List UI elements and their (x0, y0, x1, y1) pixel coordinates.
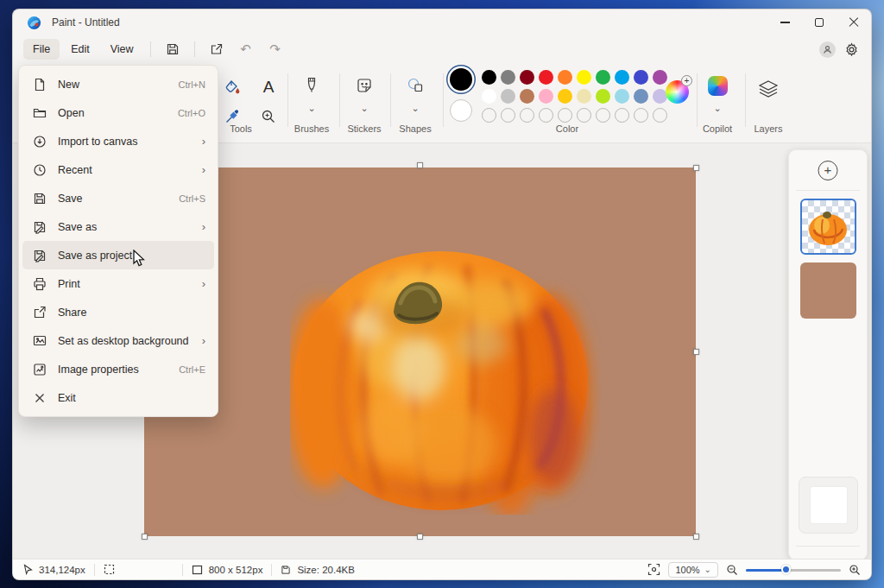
sticker-icon (356, 77, 373, 94)
zoom-out-icon[interactable] (726, 564, 738, 576)
share-button[interactable] (202, 38, 231, 60)
minimize-button[interactable] (767, 9, 802, 35)
empty-color-swatch[interactable] (558, 108, 572, 123)
text-tool-icon: A (263, 78, 275, 97)
zoom-slider-thumb[interactable] (781, 565, 791, 574)
empty-color-swatch[interactable] (653, 108, 667, 123)
resize-handle-se[interactable] (693, 534, 699, 540)
empty-color-swatch[interactable] (520, 108, 534, 123)
resize-handle-sw[interactable] (142, 534, 148, 540)
zoom-in-icon[interactable] (849, 564, 861, 576)
statusbar-divider (94, 564, 95, 576)
empty-color-swatch[interactable] (539, 108, 553, 123)
magnifier-tool-button[interactable] (256, 104, 281, 129)
mouse-cursor (132, 250, 147, 269)
color-swatch[interactable] (482, 70, 496, 85)
empty-color-swatch[interactable] (596, 108, 610, 123)
close-button[interactable] (837, 9, 871, 35)
undo-button[interactable]: ↶ (231, 41, 261, 57)
color-swatch[interactable] (634, 89, 648, 104)
background-layer-frame[interactable] (799, 477, 858, 534)
menu-item-new[interactable]: New Ctrl+N (22, 70, 214, 98)
menu-item-save-as[interactable]: Save as › (22, 212, 214, 241)
brushes-button[interactable] (300, 73, 324, 98)
zoom-slider[interactable] (746, 565, 841, 575)
menu-item-set-as-desktop-background[interactable]: Set as desktop background › (22, 326, 214, 355)
color-swatch[interactable] (615, 89, 629, 104)
color-swatch[interactable] (501, 70, 515, 85)
fill-tool-button[interactable] (220, 75, 244, 99)
edit-menu-button[interactable]: Edit (61, 39, 99, 60)
menu-item-recent[interactable]: Recent › (22, 155, 214, 184)
resize-handle-s[interactable] (417, 534, 423, 540)
empty-color-swatch[interactable] (577, 108, 591, 123)
color-swatch[interactable] (615, 70, 629, 85)
file-size-icon (281, 565, 291, 575)
resize-handle-e[interactable] (693, 349, 699, 355)
empty-color-swatch[interactable] (501, 108, 515, 123)
menu-item-label: New (58, 79, 79, 91)
layer-thumbnail-background-color[interactable] (800, 262, 856, 319)
color-swatch[interactable] (539, 70, 553, 85)
secondary-color-swatch[interactable] (450, 99, 472, 122)
color-swatch[interactable] (596, 89, 610, 104)
add-layer-button[interactable]: + (818, 161, 838, 180)
image-properties-icon (33, 363, 47, 376)
color-swatch[interactable] (558, 89, 572, 104)
menu-item-exit[interactable]: Exit (22, 383, 214, 412)
color-swatch[interactable] (634, 70, 648, 85)
stickers-button[interactable] (352, 73, 376, 98)
color-swatch[interactable] (482, 89, 496, 104)
open-folder-icon (33, 106, 47, 120)
minimize-icon (780, 22, 790, 22)
menu-item-share[interactable]: Share (22, 298, 214, 326)
color-swatch[interactable] (577, 89, 591, 104)
menu-item-label: Save as project (58, 250, 132, 262)
text-tool-button[interactable]: A (256, 75, 281, 99)
empty-color-swatch[interactable] (482, 108, 496, 123)
color-swatch[interactable] (653, 70, 667, 85)
color-swatch[interactable] (577, 70, 591, 85)
menu-item-save-as-project[interactable]: Save as project (22, 241, 214, 269)
menu-item-print[interactable]: Print › (22, 269, 214, 298)
menu-item-label: Image properties (58, 364, 139, 376)
color-swatch[interactable] (558, 70, 572, 85)
resize-handle-n[interactable] (417, 162, 423, 168)
exit-icon (33, 391, 47, 405)
color-swatch[interactable] (520, 89, 534, 104)
menu-item-image-properties[interactable]: Image properties Ctrl+E (22, 355, 214, 383)
resize-handle-ne[interactable] (693, 165, 699, 171)
color-swatch[interactable] (520, 70, 534, 85)
menu-item-open[interactable]: Open Ctrl+O (22, 98, 214, 127)
zoom-slider-fill (746, 569, 786, 572)
account-button[interactable] (819, 41, 836, 58)
settings-gear-icon[interactable] (844, 42, 859, 57)
redo-button[interactable]: ↷ (261, 41, 290, 57)
menu-item-import-to-canvas[interactable]: Import to canvas › (22, 127, 214, 155)
maximize-icon (815, 18, 824, 27)
color-swatch[interactable] (501, 89, 515, 104)
layer-thumbnail-pumpkin[interactable] (800, 199, 856, 255)
menu-item-shortcut: Ctrl+S (179, 193, 205, 204)
zoom-level-dropdown[interactable]: 100% ⌄ (668, 562, 718, 578)
save-button[interactable] (158, 38, 187, 60)
save-as-icon (33, 220, 47, 234)
empty-color-swatch[interactable] (615, 108, 629, 123)
file-menu-button[interactable]: File (23, 39, 60, 60)
layers-button[interactable] (756, 77, 780, 101)
color-swatch[interactable] (539, 89, 553, 104)
view-menu-button[interactable]: View (101, 39, 143, 60)
copilot-button[interactable] (705, 73, 729, 98)
empty-color-swatch[interactable] (634, 108, 648, 123)
maximize-button[interactable] (802, 9, 837, 35)
shapes-group-label: Shapes (399, 123, 431, 134)
stickers-group-label: Stickers (347, 123, 381, 134)
share-menu-icon (33, 306, 47, 319)
add-color-plus-icon: + (681, 75, 692, 86)
menu-item-save[interactable]: Save Ctrl+S (22, 184, 214, 212)
shapes-button[interactable] (403, 73, 427, 98)
paint-window: Paint - Untitled File Edit View (12, 9, 872, 580)
primary-color-swatch[interactable] (450, 68, 472, 91)
color-swatch[interactable] (596, 70, 610, 85)
fit-to-screen-icon[interactable] (647, 563, 660, 576)
